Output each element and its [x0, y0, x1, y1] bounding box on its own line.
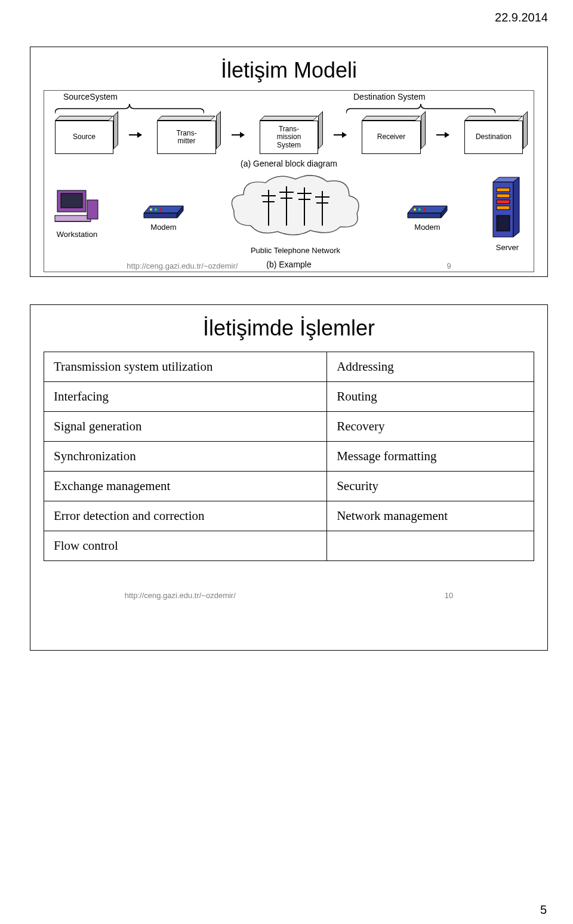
slide-2-title: İletişimde İşlemler — [44, 316, 534, 341]
svg-rect-2 — [55, 215, 91, 221]
box-source-label: Source — [55, 121, 113, 154]
communication-model-figure: SourceSystem Destination System Source — [44, 90, 534, 272]
box-transmission-system: Trans- mission System — [260, 116, 318, 154]
brace-left-icon — [55, 103, 204, 115]
svg-marker-24 — [408, 213, 441, 218]
table-cell: Network management — [327, 501, 534, 531]
telephone-network-item: Public Telephone Network — [227, 172, 364, 255]
svg-point-8 — [150, 208, 152, 211]
table-cell: Synchronization — [44, 442, 327, 472]
slide-1-title: İletişim Modeli — [44, 58, 534, 83]
svg-point-10 — [159, 208, 162, 211]
workstation-item: Workstation — [54, 188, 100, 239]
destination-system-label: Destination System — [353, 92, 426, 101]
box-transmitter-label: Trans- mitter — [157, 121, 215, 154]
box-receiver: Receiver — [362, 116, 420, 154]
table-row: Flow control — [44, 531, 534, 561]
table-cell: Error detection and correction — [44, 501, 327, 531]
source-system-label: SourceSystem — [63, 92, 118, 101]
box-destination-label: Destination — [464, 121, 523, 154]
slide-2: İletişimde İşlemler Transmission system … — [30, 304, 548, 651]
modem-2-item: Modem — [405, 195, 449, 232]
block-diagram-row: Source Trans- mitter Trans- mission Syst… — [44, 116, 534, 154]
page-number: 5 — [540, 903, 547, 917]
svg-rect-3 — [87, 200, 98, 219]
example-row: Workstation Modem — [44, 168, 534, 255]
table-cell: Flow control — [44, 531, 327, 561]
table-cell: Transmission system utilization — [44, 352, 327, 382]
modem-1-label: Modem — [150, 223, 176, 232]
workstation-icon — [54, 188, 100, 227]
caption-a: (a) General block diagram — [44, 159, 534, 168]
slide-1-footer-num: 9 — [446, 261, 451, 270]
operations-table: Transmission system utilization Addressi… — [44, 352, 534, 561]
brace-right-icon — [346, 103, 495, 115]
table-row: Transmission system utilization Addressi… — [44, 352, 534, 382]
telephone-network-label: Public Telephone Network — [251, 246, 340, 255]
modem-icon — [405, 195, 449, 220]
workstation-label: Workstation — [57, 230, 97, 239]
cloud-network-icon — [227, 172, 364, 244]
svg-marker-31 — [513, 177, 519, 237]
slide-1-footer-url: http://ceng.gazi.edu.tr/~ozdemir/ — [127, 261, 238, 270]
modem-1-item: Modem — [141, 195, 186, 232]
table-row: Exchange management Security — [44, 472, 534, 501]
table-row: Error detection and correction Network m… — [44, 501, 534, 531]
svg-point-28 — [423, 208, 426, 211]
box-transmitter: Trans- mitter — [157, 116, 215, 154]
svg-rect-36 — [497, 215, 510, 231]
table-cell: Recovery — [327, 412, 534, 442]
svg-marker-5 — [144, 206, 183, 213]
box-receiver-label: Receiver — [362, 121, 420, 154]
slide-1: İletişim Modeli SourceSystem Destination… — [30, 47, 548, 277]
box-transmission-system-label: Trans- mission System — [260, 121, 318, 154]
table-row: Signal generation Recovery — [44, 412, 534, 442]
svg-rect-34 — [497, 200, 510, 204]
table-row: Interfacing Routing — [44, 382, 534, 412]
box-source: Source — [55, 116, 113, 154]
server-item: Server — [491, 175, 524, 252]
modem-2-label: Modem — [414, 223, 440, 232]
table-cell: Interfacing — [44, 382, 327, 412]
svg-rect-32 — [497, 188, 510, 192]
svg-marker-6 — [144, 213, 177, 218]
page-date: 22.9.2014 — [495, 11, 548, 24]
table-cell: Routing — [327, 382, 534, 412]
table-cell: Message formatting — [327, 442, 534, 472]
arrow-icon — [232, 134, 244, 135]
arrow-icon — [334, 134, 346, 135]
slide-2-footer-num: 10 — [445, 591, 453, 600]
modem-icon — [141, 195, 186, 220]
server-icon — [491, 175, 524, 241]
table-cell: Security — [327, 472, 534, 501]
arrow-icon — [129, 134, 141, 135]
svg-rect-35 — [497, 206, 510, 210]
box-destination: Destination — [464, 116, 523, 154]
table-cell — [327, 531, 534, 561]
table-row: Synchronization Message formatting — [44, 442, 534, 472]
server-label: Server — [496, 243, 519, 252]
svg-point-26 — [414, 208, 416, 211]
arrow-icon — [436, 134, 449, 135]
svg-point-9 — [155, 208, 157, 211]
table-cell: Addressing — [327, 352, 534, 382]
svg-point-27 — [418, 208, 421, 211]
slide-2-footer-url: http://ceng.gazi.edu.tr/~ozdemir/ — [125, 591, 236, 600]
table-cell: Signal generation — [44, 412, 327, 442]
svg-rect-33 — [497, 194, 510, 198]
svg-marker-23 — [408, 206, 447, 213]
svg-rect-1 — [61, 193, 82, 208]
table-cell: Exchange management — [44, 472, 327, 501]
